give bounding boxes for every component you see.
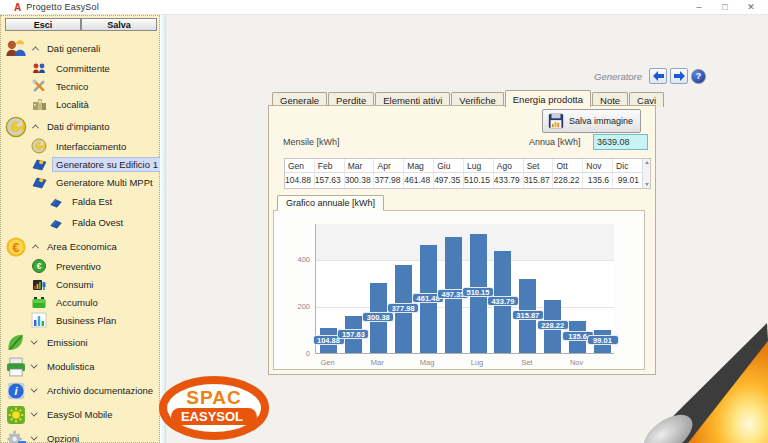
sidebar-item-area-economica[interactable]: €Area Economica: [3, 236, 159, 257]
sidebar-buttons: EsciSalva: [5, 18, 157, 31]
bar-value-label: 99.01: [587, 335, 619, 345]
sidebar-item-preventivo[interactable]: €Preventivo: [3, 257, 159, 275]
month-header-gen: Gen: [285, 159, 315, 172]
annua-value-field[interactable]: 3639.08: [593, 134, 648, 150]
next-generator-button[interactable]: [670, 68, 688, 84]
collapse-chevron-icon[interactable]: [32, 124, 39, 131]
annua-label: Annua [kWh]: [529, 137, 581, 147]
sidebar-item-emissioni[interactable]: Emissioni: [3, 332, 159, 353]
bar-chart-icon: [31, 312, 47, 328]
table-scrollbar[interactable]: [642, 159, 650, 188]
collapse-chevron-icon[interactable]: [32, 244, 39, 251]
collapse-chevron-icon[interactable]: [32, 46, 39, 53]
sidebar-item-tecnico[interactable]: Tecnico: [3, 77, 159, 95]
sidebar-item-business-plan[interactable]: Business Plan: [3, 311, 159, 329]
expand-chevron-icon[interactable]: [31, 386, 38, 393]
sidebar-item-archivio-documentazione[interactable]: iArchivio documentazione: [3, 380, 159, 401]
month-value-cell: 300.38: [345, 173, 375, 188]
sidebar-item-label: Accumulo: [53, 296, 101, 309]
x-tick-label-mar: Mar: [363, 358, 391, 367]
sidebar-item-label: Preventivo: [53, 260, 104, 273]
x-tick-label-mag: Mag: [413, 358, 441, 367]
sidebar-item-generatore-multi-mppt[interactable]: Generatore Multi MPPt: [3, 173, 159, 191]
sidebar-item-label: Dati d'impianto: [44, 120, 113, 133]
app-body: EsciSalva Dati generaliCommittenteTecnic…: [0, 15, 768, 443]
x-tick-label-nov: Nov: [563, 358, 591, 367]
maximize-button[interactable]: □: [718, 0, 732, 15]
monthly-table: GenFebMarAprMagGiuLugAgoSetOttNovDic 104…: [284, 158, 651, 189]
bar-value-label: 377.98: [387, 303, 419, 313]
sidebar-item-label: Tecnico: [53, 80, 91, 93]
sidebar-item-consumi[interactable]: Consumi: [3, 275, 159, 293]
save-image-button[interactable]: Salva immagine: [542, 109, 641, 133]
window-title: Progetto EasySol: [26, 2, 99, 12]
bar-value-label: 433.79: [487, 296, 519, 306]
sidebar-item-accumulo[interactable]: Accumulo: [3, 293, 159, 311]
navigation-tree: Dati generaliCommittenteTecnicoLocalitàD…: [3, 35, 159, 443]
sidebar-item-label: Committente: [53, 62, 113, 75]
expand-chevron-icon[interactable]: [31, 434, 38, 441]
expand-chevron-icon[interactable]: [31, 362, 38, 369]
expand-chevron-icon[interactable]: [31, 410, 38, 417]
plant-data-icon: [5, 116, 27, 138]
sidebar-item-label: Area Economica: [44, 240, 120, 253]
close-button[interactable]: ✕: [744, 0, 758, 15]
previous-generator-button[interactable]: [649, 68, 667, 84]
titlebar: A Progetto EasySol – □ ✕: [0, 0, 768, 15]
sidebar-item-falda-ovest[interactable]: Falda Ovest: [3, 212, 159, 233]
tab-grafico-annuale[interactable]: Grafico annuale [kWh]: [277, 195, 384, 211]
leaf-icon: [5, 332, 27, 354]
bar-value-label: 157.63: [337, 329, 369, 339]
floppy-chart-icon: [547, 112, 565, 130]
salva-button[interactable]: Salva: [81, 18, 157, 31]
sidebar-item-label: Dati generali: [44, 42, 103, 55]
spac-easysol-logo: SPAC EASYSOL ®: [158, 375, 270, 441]
sidebar-item-label: Business Plan: [53, 314, 119, 327]
expand-chevron-icon[interactable]: [31, 338, 38, 345]
scroll-up-icon[interactable]: [645, 161, 649, 164]
consumption-battery-icon: [31, 276, 47, 292]
people-icon: [5, 38, 27, 60]
month-value-cell: 135.6: [583, 173, 613, 188]
sidebar-item-label: Falda Est: [69, 195, 115, 208]
sidebar-item-interfacciamento[interactable]: Interfacciamento: [3, 137, 159, 155]
sidebar-item-modulistica[interactable]: Modulistica: [3, 356, 159, 377]
generator-nav-label: Generatore: [594, 71, 642, 82]
minimize-button[interactable]: –: [692, 0, 706, 15]
y-tick-label: 400: [282, 255, 310, 264]
sidebar-item-committente[interactable]: Committente: [3, 59, 159, 77]
help-button[interactable]: ?: [691, 69, 706, 84]
month-header-nov: Nov: [583, 159, 613, 172]
printer-icon: [5, 356, 27, 378]
mensile-label: Mensile [kWh]: [283, 137, 340, 147]
gear-icon: [5, 428, 27, 443]
sidebar-item-label: Generatore su Edificio 1: [53, 158, 161, 171]
month-header-mar: Mar: [345, 159, 375, 172]
sidebar-item-generatore-su-edificio-1[interactable]: Generatore su Edificio 1: [3, 155, 159, 173]
sidebar-item-dati-d-impianto[interactable]: Dati d'impianto: [3, 116, 159, 137]
scroll-down-icon[interactable]: [645, 183, 649, 186]
month-value-cell: 377.98: [374, 173, 404, 188]
sidebar-item-falda-est[interactable]: Falda Est: [3, 191, 159, 212]
sidebar-item-label: Generatore Multi MPPt: [53, 176, 156, 189]
month-value-cell: 99.01: [613, 173, 643, 188]
sidebar-item-localit[interactable]: Località: [3, 95, 159, 113]
monthly-table-header: GenFebMarAprMagGiuLugAgoSetOttNovDic: [285, 159, 650, 173]
sidebar-item-label: Archivio documentazione: [44, 384, 156, 397]
clients-icon: [31, 60, 47, 76]
sidebar: EsciSalva Dati generaliCommittenteTecnic…: [0, 15, 160, 443]
sidebar-item-opzioni[interactable]: Opzioni: [3, 428, 159, 443]
month-header-mag: Mag: [404, 159, 434, 172]
sidebar-item-dati-generali[interactable]: Dati generali: [3, 38, 159, 59]
sidebar-item-label: Emissioni: [44, 336, 91, 349]
buildings-icon: [31, 96, 47, 112]
tab-energia-prodotta[interactable]: Energia prodotta: [505, 90, 591, 107]
esci-button[interactable]: Esci: [5, 18, 81, 31]
x-tick-label-lug: Lug: [463, 358, 491, 367]
month-header-feb: Feb: [315, 159, 345, 172]
sidebar-item-label: EasySol Mobile: [44, 408, 115, 421]
logo-line2: EASYSOL: [181, 409, 243, 424]
month-value-cell: 104.88: [285, 173, 315, 188]
month-value-cell: 461.48: [404, 173, 434, 188]
sidebar-item-easysol-mobile[interactable]: EasySol Mobile: [3, 404, 159, 425]
